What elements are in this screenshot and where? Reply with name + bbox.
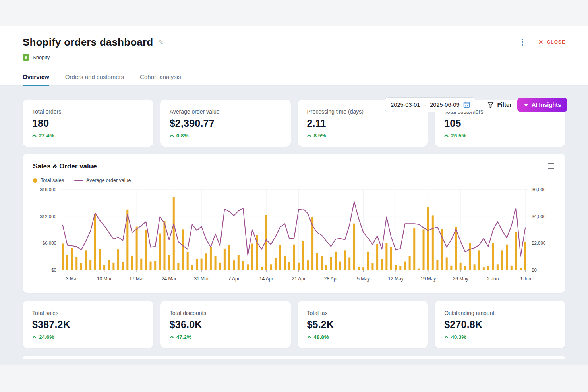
svg-text:$0: $0 [51,268,56,272]
edit-title-icon[interactable]: ✎ [158,38,163,46]
kpi-total-orders: Total orders 180 22.4% [23,100,153,147]
svg-text:3 Mar: 3 Mar [66,276,78,282]
kpi-change: 40.3% [444,334,556,340]
kpi-total-sales: Total sales $387.2K 24.6% [23,301,153,348]
svg-text:$4,000: $4,000 [532,214,545,219]
tab-cohort-analysis[interactable]: Cohort analysis [140,70,181,85]
kpi-value: $387.2K [32,319,144,330]
page-title: Shopify orders dashboard [23,36,153,48]
sales-order-value-chart-card: Sales & Order value Total sales Average … [23,154,565,293]
kpi-value: 2.11 [307,118,419,129]
date-end: 2025-06-09 [430,102,459,108]
kpi-value: $2,390.77 [170,118,281,129]
svg-text:24 Mar: 24 Mar [162,276,176,282]
svg-text:$18,000: $18,000 [40,187,56,192]
chart-title: Sales & Order value [33,162,555,170]
dashboard-panel: Total orders 180 22.4% Average order val… [0,86,588,365]
filter-button[interactable]: Filter [487,101,512,108]
svg-text:7 Apr: 7 Apr [228,276,240,282]
kpi-label: Outstanding amount [444,310,556,316]
svg-text:10 Mar: 10 Mar [97,276,112,282]
trend-up-icon [307,336,311,338]
toolbar: 2025-03-01 - 2025-06-09 Filter ✦ AI Insi… [385,97,567,112]
dashboard-modal: Shopify orders dashboard ✎ s Shopify ✕ C… [0,26,588,365]
source-label: Shopify [33,54,50,60]
kpi-outstanding-amount: Outstanding amount $270.8K 40.3% [435,301,565,348]
svg-text:$0: $0 [532,268,537,272]
kpi-value: $270.8K [444,319,556,330]
kpi-value: $36.0K [170,319,281,330]
svg-text:2 Jun: 2 Jun [487,276,499,282]
svg-text:28 Apr: 28 Apr [324,276,338,282]
legend-average-order-value: Average order value [74,178,131,183]
svg-text:14 Apr: 14 Apr [259,276,273,282]
chart-plot-area[interactable]: $0$0$6,000$2,000$12,000$4,000$18,000$6,0… [33,185,555,287]
trend-up-icon [32,336,37,338]
kpi-change: 48.8% [307,334,419,340]
svg-text:$2,000: $2,000 [532,241,545,245]
legend-total-sales: Total sales [33,178,64,183]
svg-text:31 Mar: 31 Mar [194,276,209,282]
kpi-row-bottom: Total sales $387.2K 24.6% Total discount… [23,301,565,348]
kpi-change: 47.2% [170,334,281,340]
svg-text:$6,000: $6,000 [43,241,56,245]
kpi-average-order-value: Average order value $2,390.77 0.8% [160,100,291,147]
trend-up-icon [32,134,37,137]
close-button[interactable]: ✕ CLOSE [538,39,565,46]
trend-up-icon [444,336,449,338]
legend-line-icon [74,180,83,181]
kpi-value: 105 [444,118,556,129]
ai-insights-button[interactable]: ✦ AI Insights [517,98,567,112]
trend-up-icon [170,336,174,338]
svg-text:21 Apr: 21 Apr [292,276,306,282]
trend-up-icon [170,134,174,137]
svg-text:12 May: 12 May [388,276,403,282]
sparkle-icon: ✦ [524,102,528,108]
kpi-change: 26.5% [444,133,556,139]
modal-header: Shopify orders dashboard ✎ s Shopify ✕ C… [0,26,588,61]
kpi-label: Total orders [32,108,144,115]
shopify-logo-icon: s [23,54,29,61]
kpi-change: 0.8% [170,133,281,139]
kpi-change: 8.5% [307,133,419,139]
calendar-icon [463,101,470,108]
date-start: 2025-03-01 [391,102,420,108]
svg-text:17 Mar: 17 Mar [129,276,144,282]
tab-overview[interactable]: Overview [23,70,49,85]
kpi-change: 22.4% [32,133,144,139]
kpi-label: Total tax [307,310,419,316]
toolbar-divider [482,99,482,111]
kpi-value: $5.2K [307,319,419,330]
kpi-label: Average order value [170,108,281,115]
next-card-partial [23,356,565,359]
legend-dot-icon [33,178,37,183]
trend-up-icon [444,134,449,137]
trend-up-icon [307,134,311,137]
chart-legend: Total sales Average order value [33,178,555,183]
svg-text:19 May: 19 May [420,276,436,282]
more-options-icon[interactable] [520,37,525,47]
svg-text:26 May: 26 May [453,276,468,282]
kpi-label: Total discounts [170,310,281,316]
date-range-picker[interactable]: 2025-03-01 - 2025-06-09 [385,97,476,112]
svg-text:$6,000: $6,000 [532,187,545,192]
sales-chart: $0$0$6,000$2,000$12,000$4,000$18,000$6,0… [33,185,555,286]
svg-text:5 May: 5 May [357,276,370,282]
chart-menu-icon[interactable] [546,162,556,170]
source-chip: s Shopify [23,54,565,61]
close-icon: ✕ [538,39,544,46]
svg-text:$12,000: $12,000 [40,214,56,219]
tab-orders-and-customers[interactable]: Orders and customers [65,70,124,85]
kpi-total-tax: Total tax $5.2K 48.8% [298,301,428,348]
kpi-value: 180 [32,118,144,129]
kpi-label: Total sales [32,310,144,316]
svg-text:9 Jun: 9 Jun [519,276,531,282]
kpi-change: 24.6% [32,334,144,340]
filter-funnel-icon [487,102,494,108]
tab-bar: Overview Orders and customers Cohort ana… [0,70,588,86]
kpi-total-discounts: Total discounts $36.0K 47.2% [160,301,291,348]
